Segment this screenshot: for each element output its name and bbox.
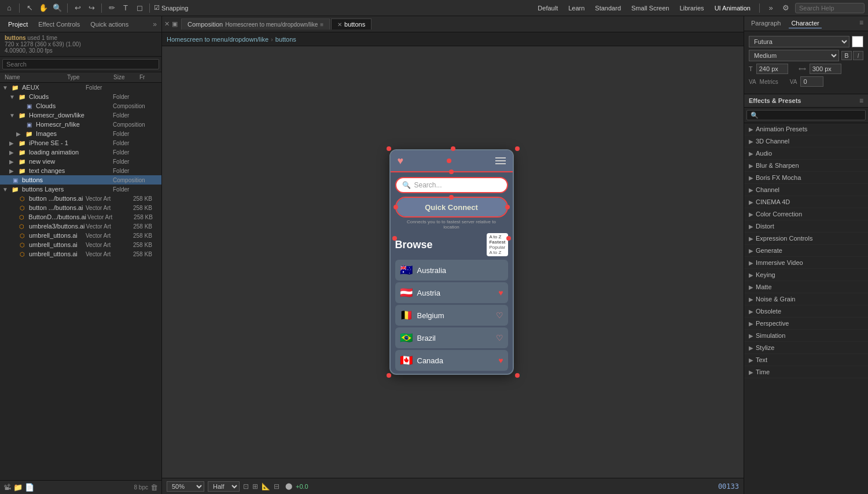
tree-item-clouds-comp[interactable]: ▣ Clouds Composition [0, 101, 161, 110]
effect-cat-noise-grain[interactable]: ▶ Noise & Grain [744, 293, 868, 305]
tree-item-btnD[interactable]: ⬡ ButtonD.../buttons.ai Vector Art 258 K… [0, 212, 161, 222]
effect-cat-time[interactable]: ▶ Time [744, 366, 868, 378]
font-size-input[interactable] [756, 64, 788, 74]
tab-paragraph[interactable]: Paragraph [749, 19, 783, 28]
select-tool[interactable]: ↖ [24, 2, 35, 14]
breadcrumb-item-1[interactable]: Homescreen to menu/dropdown/like [167, 36, 269, 43]
effect-cat-perspective[interactable]: ▶ Perspective [744, 318, 868, 330]
tracking-input[interactable] [810, 64, 841, 74]
pen-tool[interactable]: ✏ [106, 2, 117, 14]
snapping-toggle[interactable]: ☑ Snapping [154, 4, 189, 12]
tree-item-clouds-folder[interactable]: ▼ 📁 Clouds Folder [0, 92, 161, 101]
comp-menu-icon[interactable]: ▣ [172, 20, 178, 28]
effect-cat-matte[interactable]: ▶ Matte [744, 281, 868, 293]
selection-handle-tl[interactable] [387, 146, 391, 151]
effect-cat-audio[interactable]: ▶ Audio [744, 148, 868, 160]
phone-search-bar[interactable]: 🔍 Search... [395, 177, 508, 193]
tree-item-homescr-comp[interactable]: ▣ Homescr_n/like Composition [0, 120, 161, 129]
heart-brazil[interactable]: ♡ [496, 333, 503, 342]
help-search-input[interactable] [795, 3, 865, 13]
selection-handle-tm[interactable] [451, 146, 455, 151]
settings-icon[interactable]: ⚙ [780, 2, 792, 14]
workspace-learn[interactable]: Learn [565, 3, 588, 13]
undo-icon[interactable]: ↩ [72, 2, 83, 14]
quality-select[interactable]: Half [208, 481, 240, 492]
effect-cat-simulation[interactable]: ▶ Simulation [744, 330, 868, 342]
heart-canada[interactable]: ♥ [498, 356, 503, 365]
tab-quick-actions[interactable]: Quick actions [87, 20, 132, 29]
va-input[interactable] [800, 76, 823, 87]
grid-icon[interactable]: ⊞ [252, 482, 258, 491]
effect-cat-expression-controls[interactable]: ▶ Expression Controls [744, 233, 868, 245]
zoom-tool[interactable]: 🔍 [52, 2, 63, 14]
tree-item-umbrell3[interactable]: ⬡ umbrell_uttons.ai Vector Art 258 KB [0, 249, 161, 259]
tree-item-homescr-folder[interactable]: ▼ 📁 Homescr_down/like Folder [0, 110, 161, 120]
shape-tool[interactable]: ◻ [134, 2, 145, 14]
selection-handle-br[interactable] [515, 373, 520, 378]
hand-tool[interactable]: ✋ [38, 2, 49, 14]
panel-menu-icon[interactable]: ≡ [859, 19, 863, 28]
tree-item-images[interactable]: ▶ 📁 Images Folder [0, 129, 161, 138]
country-row-australia[interactable]: 🇦🇺 Australia [395, 260, 508, 281]
tree-item-umbrela3[interactable]: ⬡ umbrela3/buttons.ai Vector Art 258 KB [0, 222, 161, 231]
effect-cat-animation-presets[interactable]: ▶ Animation Presets [744, 123, 868, 135]
effect-cat-immersive-video[interactable]: ▶ Immersive Video [744, 257, 868, 269]
heart-belgium[interactable]: ♡ [496, 311, 503, 320]
workspace-ui-animation[interactable]: UI Animation [711, 3, 754, 13]
comp-tab-homescreen[interactable]: Composition Homescreen to menu/dropdown/… [181, 19, 330, 30]
selection-handle-browse-right[interactable] [506, 236, 511, 241]
selection-handle-top[interactable] [449, 195, 454, 200]
workspace-small-screen[interactable]: Small Screen [628, 3, 672, 13]
close-comp-icon[interactable]: ✕ [164, 20, 170, 28]
country-row-belgium[interactable]: 🇧🇪 Belgium ♡ [395, 305, 508, 326]
country-row-canada[interactable]: 🇨🇦 Canada ♥ [395, 350, 508, 371]
guides-icon[interactable]: ⊟ [274, 482, 279, 491]
expand-panel-icon[interactable]: » [153, 20, 157, 28]
workspace-libraries[interactable]: Libraries [676, 3, 707, 13]
tree-item-btn2[interactable]: ⬡ button .../buttons.ai Vector Art 258 K… [0, 203, 161, 212]
effect-cat-generate[interactable]: ▶ Generate [744, 245, 868, 257]
tree-item-aeux[interactable]: ▼ 📁 AEUX Folder [0, 83, 161, 92]
tree-item-umbrell1[interactable]: ⬡ umbrell_uttons.ai Vector Art 258 KB [0, 231, 161, 240]
tab-project[interactable]: Project [5, 20, 31, 29]
font-weight-select[interactable]: Medium [749, 50, 839, 61]
selection-handle-left[interactable] [393, 205, 398, 209]
phone-connect-btn[interactable]: Quick Connect [396, 198, 507, 216]
fit-comp-icon[interactable]: ⊡ [243, 482, 249, 491]
text-color-swatch[interactable] [852, 36, 863, 47]
close-tab-buttons-icon[interactable]: ✕ [337, 21, 342, 28]
phone-heart-icon[interactable]: ♥ [398, 155, 404, 167]
effect-cat-text[interactable]: ▶ Text [744, 354, 868, 366]
bold-btn[interactable]: B [841, 51, 852, 60]
heart-austria[interactable]: ♥ [498, 288, 503, 297]
selection-handle-tr[interactable] [515, 146, 520, 151]
tab-character[interactable]: Character [789, 19, 821, 28]
italic-btn[interactable]: I [853, 51, 863, 60]
home-icon[interactable]: ⌂ [3, 2, 15, 14]
tree-item-new-view[interactable]: ▶ 📁 new view Folder [0, 157, 161, 166]
close-tab-homescreen-icon[interactable]: ≡ [320, 21, 323, 28]
comp-tab-buttons[interactable]: ✕ buttons [331, 19, 372, 30]
tree-item-text-changes[interactable]: ▶ 📁 text changes Folder [0, 166, 161, 175]
breadcrumb-item-2[interactable]: buttons [275, 36, 296, 43]
project-search-input[interactable] [2, 59, 159, 69]
workspace-default[interactable]: Default [534, 3, 561, 13]
effect-cat-boris-fx[interactable]: ▶ Boris FX Mocha [744, 172, 868, 184]
workspace-standard[interactable]: Standard [591, 3, 624, 13]
redo-icon[interactable]: ↪ [86, 2, 97, 14]
new-folder-icon[interactable]: 📁 [13, 483, 23, 492]
effect-cat-color-correction[interactable]: ▶ Color Correction [744, 208, 868, 220]
phone-sort-box[interactable]: A to Z Fastest Popular A to Z [487, 233, 507, 256]
country-row-austria[interactable]: 🇦🇹 Austria ♥ [395, 282, 508, 303]
tree-item-iphone-se[interactable]: ▶ 📁 iPhone SE - 1 Folder [0, 138, 161, 148]
effect-cat-blur-sharpen[interactable]: ▶ Blur & Sharpen [744, 160, 868, 172]
selection-handle-bl[interactable] [387, 373, 391, 378]
selection-handle-mid-top[interactable] [449, 169, 454, 174]
phone-menu-icon[interactable] [495, 157, 506, 164]
more-workspaces-icon[interactable]: » [765, 2, 777, 14]
new-item-icon[interactable]: 📄 [25, 483, 34, 492]
delete-icon[interactable]: 🗑 [150, 483, 158, 492]
selection-handle-browse-left[interactable] [392, 236, 397, 241]
effect-cat-distort[interactable]: ▶ Distort [744, 220, 868, 233]
effect-cat-obsolete[interactable]: ▶ Obsolete [744, 305, 868, 318]
